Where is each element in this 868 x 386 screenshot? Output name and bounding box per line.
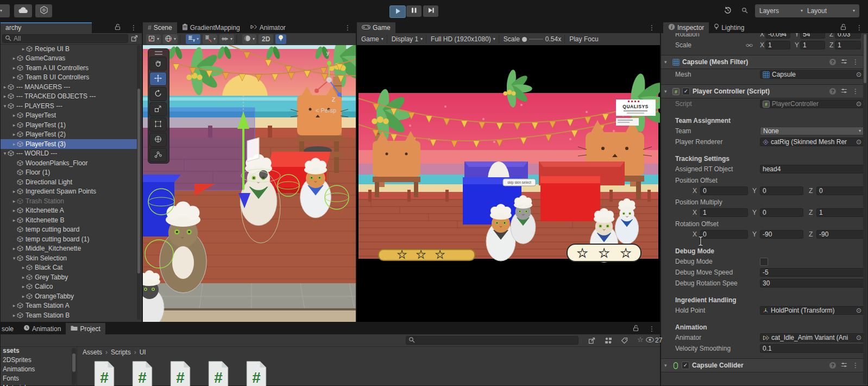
object-field[interactable]: HoldPoint (Transform)⊙ bbox=[760, 306, 863, 315]
fold-right-icon[interactable]: ▸ bbox=[11, 122, 17, 128]
open-in-window-icon[interactable] bbox=[588, 337, 595, 346]
value-field[interactable]: 1 bbox=[765, 41, 790, 49]
fold-right-icon[interactable]: ▸ bbox=[11, 189, 17, 194]
value-field[interactable]: -90 bbox=[816, 230, 863, 239]
object-picker-icon[interactable]: ⊙ bbox=[856, 100, 861, 108]
shading-mode-dropdown[interactable]: ▾ bbox=[242, 34, 256, 44]
snap-grid-button[interactable]: ▾ bbox=[203, 34, 217, 44]
grid-visibility-button[interactable]: Y▾ bbox=[186, 34, 200, 44]
global-search-button[interactable] bbox=[738, 4, 752, 17]
link-icon[interactable] bbox=[746, 42, 753, 49]
component-header-capsule-mesh-filter-[interactable]: ▾Capsule (Mesh Filter)?⋮ bbox=[661, 55, 863, 69]
game-play-focused-dropdown[interactable]: Play Focu bbox=[569, 35, 598, 43]
inspector-menu-button[interactable]: ⋮ bbox=[851, 22, 867, 33]
value-field[interactable]: 0 bbox=[700, 230, 748, 239]
hierarchy-item[interactable]: ▸Kitchenette B bbox=[1, 215, 138, 225]
object-field[interactable]: #PlayerController⊙ bbox=[760, 99, 863, 108]
script-file-item[interactable]: # bbox=[92, 360, 116, 386]
move-tool-button[interactable] bbox=[149, 72, 167, 86]
project-folder-item[interactable]: Animations bbox=[1, 365, 71, 374]
hierarchy-item[interactable]: ▾--- PLAYERS --- bbox=[1, 101, 138, 111]
tab-project[interactable]: Project bbox=[66, 323, 105, 334]
hierarchy-item[interactable]: ▸Black Cat bbox=[1, 263, 138, 273]
hierarchy-item[interactable]: ▸Calico bbox=[1, 282, 138, 292]
checkbox[interactable] bbox=[760, 258, 768, 266]
tool-orientation-dropdown[interactable]: ▾ bbox=[163, 34, 178, 44]
fold-right-icon[interactable]: ▸ bbox=[11, 313, 17, 318]
fold-right-icon[interactable]: ▸ bbox=[11, 141, 17, 147]
fold-right-icon[interactable]: ▸ bbox=[11, 65, 17, 71]
value-field[interactable]: 0 bbox=[760, 208, 803, 217]
fold-down-icon[interactable]: ▾ bbox=[664, 89, 670, 94]
snap-increment-button[interactable]: ▾ bbox=[219, 34, 234, 44]
kebab-menu-icon[interactable]: ⋮ bbox=[852, 362, 859, 369]
tab-inspector[interactable]: iInspector bbox=[663, 22, 709, 33]
project-folder-item[interactable]: 2DSprites bbox=[1, 356, 71, 365]
fold-right-icon[interactable]: ▸ bbox=[11, 74, 17, 80]
breadcrumb-ui[interactable]: UI bbox=[140, 348, 146, 356]
script-file-item[interactable]: # bbox=[130, 360, 154, 386]
object-picker-icon[interactable]: ⊙ bbox=[856, 71, 861, 78]
value-field[interactable]: 0 bbox=[760, 186, 803, 195]
hierarchy-item[interactable]: temp cutting board (1) bbox=[1, 234, 138, 244]
value-field[interactable]: 0 bbox=[816, 186, 863, 195]
tab-lighting[interactable]: Lighting bbox=[709, 22, 749, 33]
search-by-type-icon[interactable] bbox=[605, 337, 612, 346]
undo-history-button[interactable] bbox=[720, 4, 735, 17]
tool-handle-dropdown[interactable]: ▾ bbox=[146, 34, 161, 44]
hierarchy-item[interactable]: ▸Grey Tabby bbox=[1, 272, 138, 282]
value-field[interactable]: 0.1 bbox=[760, 344, 863, 353]
hierarchy-item[interactable]: ▸OrangeTabby bbox=[1, 291, 138, 301]
fold-right-icon[interactable]: ▸ bbox=[11, 303, 17, 308]
breadcrumb-assets[interactable]: Assets bbox=[83, 348, 102, 356]
project-menu-button[interactable]: ⋮ bbox=[644, 323, 660, 334]
kebab-menu-icon[interactable]: ⋮ bbox=[852, 58, 859, 66]
fold-right-icon[interactable]: ▸ bbox=[21, 275, 26, 280]
version-control-button[interactable]: D bbox=[35, 4, 52, 17]
value-field[interactable]: 54 bbox=[800, 33, 825, 39]
pause-button[interactable] bbox=[406, 5, 422, 17]
open-in-window-icon[interactable] bbox=[131, 35, 138, 43]
project-search-input[interactable] bbox=[406, 336, 578, 345]
kebab-menu-icon[interactable]: ⋮ bbox=[852, 88, 859, 95]
object-picker-icon[interactable]: ⊙ bbox=[856, 138, 861, 146]
breadcrumb-scripts[interactable]: Scripts bbox=[111, 348, 131, 356]
scene-lighting-toggle[interactable] bbox=[275, 34, 286, 44]
fold-right-icon[interactable]: ▸ bbox=[11, 113, 17, 118]
component-header-capsule-collider[interactable]: ▾✓Capsule Collider?⋮ bbox=[661, 358, 863, 372]
value-field[interactable]: -90 bbox=[760, 230, 803, 239]
hierarchy-item[interactable]: ▾Skin Selection bbox=[1, 253, 138, 263]
project-folder-item[interactable]: Fonts bbox=[1, 374, 71, 383]
slider-knob[interactable] bbox=[522, 37, 527, 42]
scale-tool-button[interactable] bbox=[149, 102, 167, 116]
value-field[interactable]: 0 bbox=[700, 186, 748, 195]
game-scale-slider[interactable]: Scale 0.54x bbox=[504, 35, 561, 43]
hierarchy-item[interactable]: ▸Trash Station bbox=[1, 196, 138, 206]
presets-icon[interactable] bbox=[841, 88, 847, 95]
cloud-button[interactable] bbox=[14, 4, 32, 17]
value-field[interactable]: 0.03 bbox=[835, 33, 861, 39]
hand-tool-button[interactable] bbox=[149, 57, 167, 71]
project-folder-item[interactable]: ssets bbox=[1, 346, 71, 356]
component-enabled-checkbox[interactable]: ✓ bbox=[682, 362, 689, 369]
hierarchy-item[interactable]: ▸Recipe UI B bbox=[1, 44, 138, 54]
tab-animator[interactable]: Animator bbox=[245, 22, 291, 33]
inspector-scrollbar[interactable] bbox=[863, 34, 867, 384]
project-lock-button[interactable] bbox=[628, 323, 644, 334]
object-picker-icon[interactable]: ⊙ bbox=[856, 334, 861, 341]
hierarchy-item[interactable]: ▸Ingredient Spawn Points bbox=[1, 187, 138, 197]
rect-tool-button[interactable] bbox=[149, 117, 167, 132]
tab-scene[interactable]: #Scene bbox=[143, 22, 177, 33]
layout-dropdown[interactable]: Layout▾ bbox=[803, 4, 859, 17]
custom-tool-button[interactable] bbox=[149, 148, 167, 162]
fold-right-icon[interactable]: ▸ bbox=[2, 94, 8, 99]
hierarchy-item[interactable]: ▸Team A UI Controllers bbox=[1, 63, 138, 73]
game-display-target-dropdown[interactable]: Game▾ bbox=[361, 35, 383, 43]
skip-skin-select-button[interactable]: skip skin select bbox=[503, 179, 536, 186]
fold-right-icon[interactable]: ▸ bbox=[21, 265, 26, 270]
fold-right-icon[interactable]: ▸ bbox=[11, 132, 17, 137]
tab-game[interactable]: Game bbox=[357, 22, 395, 33]
fold-right-icon[interactable]: ▸ bbox=[21, 46, 26, 52]
component-header-player-controller-script-[interactable]: ▾#✓Player Controller (Script)?⋮ bbox=[661, 84, 863, 98]
scene-menu-button[interactable]: ⋮ bbox=[339, 22, 356, 33]
